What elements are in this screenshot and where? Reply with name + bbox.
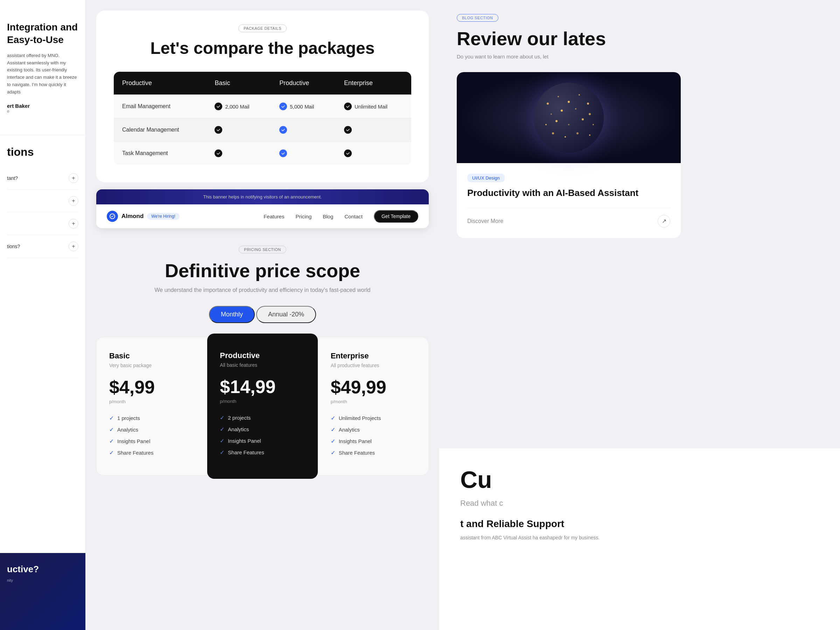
- enterprise-feature-3: ✓ Insights Panel: [331, 438, 416, 445]
- col-header-productive: Productive: [271, 72, 336, 95]
- faq-item-3[interactable]: +: [7, 212, 78, 235]
- svg-point-8: [575, 108, 576, 109]
- nav-link-features[interactable]: Features: [264, 213, 284, 219]
- enterprise-plan-desc: All productive features: [331, 363, 416, 368]
- logo-name: Almond: [122, 213, 144, 220]
- nav-section: This banner helps in notifying visitors …: [96, 189, 429, 228]
- faq-title: tions: [7, 145, 78, 159]
- check-basic-email: [215, 103, 222, 110]
- faq-question-4: tions?: [7, 243, 20, 249]
- feat-check-icon: ✓: [109, 438, 114, 445]
- billing-monthly-button[interactable]: Monthly: [209, 306, 255, 323]
- table-row-calendar: Calendar Management: [114, 118, 411, 141]
- package-badge: PACKAGE DETAILS: [238, 25, 287, 32]
- check-productive-calendar: [279, 126, 287, 134]
- basic-feature-3: ✓ Insights Panel: [109, 438, 194, 445]
- feat-check-icon: ✓: [109, 449, 114, 456]
- right-panel: BLOG SECTION Review our lates Do you wan…: [439, 0, 840, 630]
- read-more-arrow-button[interactable]: ↗: [658, 215, 670, 227]
- nav-logo: Almond We're Hiring!: [107, 211, 180, 222]
- svg-point-6: [551, 114, 552, 115]
- customer-section: Cu Read what c t and Reliable Support as…: [439, 448, 840, 630]
- price-card-productive: Productive All basic features $14,99 p/m…: [207, 333, 317, 479]
- svg-point-18: [589, 134, 591, 136]
- table-row-email: Email Management 2,000 Mail: [114, 95, 411, 118]
- check-enterprise-email: [344, 103, 352, 110]
- blog-card: UI/UX Design Productivity with an AI-Bas…: [457, 72, 681, 238]
- faq-item-2[interactable]: +: [7, 190, 78, 212]
- faq-expand-4[interactable]: +: [69, 242, 78, 251]
- productive-plan-period: p/month: [220, 399, 305, 404]
- productive-plan-desc: All basic features: [220, 362, 305, 368]
- basic-email: 2,000 Mail: [206, 95, 271, 118]
- enterprise-email: Unlimited Mail: [336, 95, 411, 118]
- package-section: PACKAGE DETAILS Let's compare the packag…: [96, 11, 429, 182]
- basic-feature-1: ✓ 1 projects: [109, 415, 194, 422]
- faq-expand-2[interactable]: +: [69, 196, 78, 206]
- feature-email: Email Management: [114, 95, 206, 118]
- faq-item-1[interactable]: tant? +: [7, 167, 78, 190]
- productive-plan-name: Productive: [220, 351, 305, 360]
- announcement-banner: This banner helps in notifying visitors …: [96, 189, 429, 204]
- reliable-heading: t and Reliable Support: [460, 518, 819, 529]
- feat-check-icon: ✓: [331, 415, 335, 422]
- pricing-badge: PRICING SECTION: [239, 246, 286, 253]
- billing-annual-button[interactable]: Annual -20%: [256, 306, 316, 323]
- nav-link-pricing[interactable]: Pricing: [295, 213, 311, 219]
- feat-check-icon: ✓: [220, 426, 224, 433]
- svg-point-1: [547, 103, 549, 105]
- col-header-basic: Basic: [206, 72, 271, 95]
- read-what: Read what c: [460, 499, 819, 508]
- col-header-enterprise: Enterprise: [336, 72, 411, 95]
- globe-dots-svg: [534, 83, 604, 153]
- svg-point-17: [576, 132, 579, 134]
- blog-content: UI/UX Design Productivity with an AI-Bas…: [457, 163, 681, 238]
- feat-check-icon: ✓: [331, 449, 335, 456]
- check-basic-task: [215, 150, 222, 157]
- reviewer-role: e: [7, 109, 78, 114]
- productive-email: 5,000 Mail: [271, 95, 336, 118]
- basic-task: [206, 141, 271, 165]
- productive-feature-3: ✓ Insights Panel: [220, 437, 305, 444]
- svg-point-12: [568, 124, 570, 125]
- navbar: Almond We're Hiring! Features Pricing Bl…: [96, 204, 429, 228]
- basic-plan-price: $4,99: [109, 377, 194, 398]
- nav-link-contact[interactable]: Contact: [344, 213, 363, 219]
- nav-link-blog[interactable]: Blog: [323, 213, 333, 219]
- get-template-button[interactable]: Get Template: [374, 210, 418, 223]
- globe-visual: [534, 83, 604, 153]
- faq-expand-3[interactable]: +: [69, 219, 78, 229]
- faq-item-4[interactable]: tions? +: [7, 235, 78, 258]
- read-more-label: Discover More: [467, 218, 503, 224]
- enterprise-email-value: Unlimited Mail: [355, 104, 387, 109]
- productive-task: [271, 141, 336, 165]
- pricing-section: PRICING SECTION Definitive price scope W…: [86, 228, 439, 323]
- productive-calendar: [271, 118, 336, 141]
- feat-check-icon: ✓: [220, 414, 224, 421]
- enterprise-plan-price: $49,99: [331, 377, 416, 398]
- enterprise-plan-name: Enterprise: [331, 351, 416, 360]
- productive-feature-2: ✓ Analytics: [220, 426, 305, 433]
- svg-point-3: [568, 101, 570, 103]
- left-heading: Integration and Easy-to-Use: [7, 21, 78, 47]
- package-title: Let's compare the packages: [114, 38, 411, 58]
- pricing-title: Definitive price scope: [103, 260, 422, 281]
- basic-plan-name: Basic: [109, 351, 194, 360]
- enterprise-calendar: [336, 118, 411, 141]
- comparison-table: Productive Basic Productive Enterprise E…: [114, 72, 411, 165]
- feature-calendar: Calendar Management: [114, 118, 206, 141]
- feat-check-icon: ✓: [220, 437, 224, 444]
- productive-feature-1: ✓ 2 projects: [220, 414, 305, 421]
- faq-expand-1[interactable]: +: [69, 173, 78, 183]
- svg-point-16: [565, 136, 566, 137]
- blog-tag: UI/UX Design: [467, 174, 505, 182]
- reviewer-name: ert Baker: [7, 103, 78, 109]
- feat-check-icon: ✓: [109, 415, 114, 422]
- check-enterprise-task: [344, 150, 352, 157]
- enterprise-feature-4: ✓ Share Features: [331, 449, 416, 456]
- table-row-task: Task Management: [114, 141, 411, 165]
- main-panel: PACKAGE DETAILS Let's compare the packag…: [86, 0, 439, 630]
- svg-point-15: [552, 132, 554, 134]
- basic-email-value: 2,000 Mail: [225, 104, 249, 109]
- faq-question-1: tant?: [7, 175, 18, 181]
